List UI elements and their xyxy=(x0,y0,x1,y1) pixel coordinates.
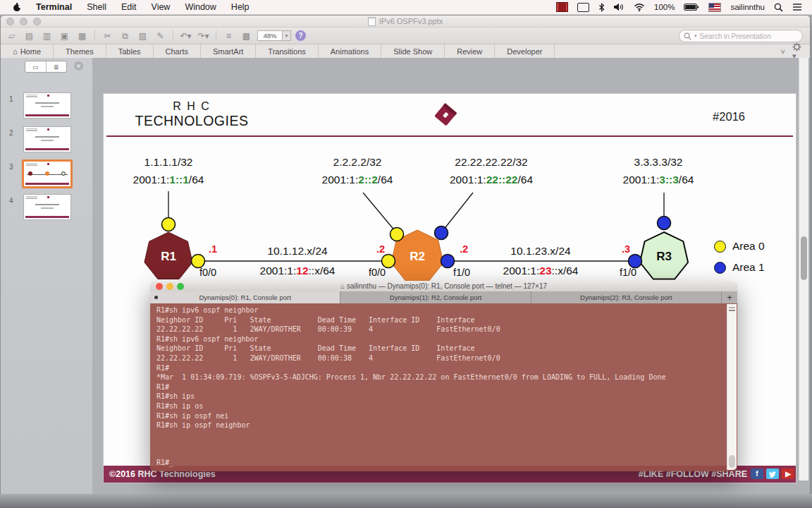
open-icon[interactable]: ▥ xyxy=(40,30,54,42)
search-placeholder: Search in Presentation xyxy=(700,32,771,40)
area1-legend-dot xyxy=(714,262,726,274)
tab-charts[interactable]: Charts xyxy=(154,44,201,59)
media-browser-icon[interactable]: ▩ xyxy=(240,30,253,42)
menu-view[interactable]: View xyxy=(152,2,171,12)
spotlight-search-icon[interactable] xyxy=(774,3,783,12)
tab-activity-dot xyxy=(154,296,158,299)
slide-number: 2 xyxy=(9,129,13,137)
terminal-scrollbar-thumb[interactable] xyxy=(729,455,735,468)
show-formatting-icon[interactable]: ≡ xyxy=(222,30,235,42)
tab-home[interactable]: ⌂Home xyxy=(1,44,54,59)
search-field[interactable]: ▾ Search in Presentation xyxy=(679,30,803,42)
notification-center-icon[interactable] xyxy=(792,3,802,11)
tab-slideshow[interactable]: Slide Show xyxy=(381,44,445,59)
slide-view-button[interactable]: ▭ xyxy=(25,61,47,72)
print-icon[interactable]: ▦ xyxy=(75,30,89,42)
tab-developer[interactable]: Developer xyxy=(495,44,555,59)
ribbon-collapse-icon[interactable]: ˅ xyxy=(781,47,785,56)
screen-recording-icon[interactable] xyxy=(556,2,568,12)
slide-thumbnail-1[interactable] xyxy=(23,92,71,119)
document-icon xyxy=(368,17,376,26)
zoom-value[interactable]: 48% xyxy=(257,30,283,41)
slide-thumbnail-3-selected[interactable] xyxy=(22,159,73,188)
slide-thumbnail-panel: ▭ ≣ ✕ 1 2 3 4 xyxy=(1,58,93,495)
menu-shell[interactable]: Shell xyxy=(87,2,106,12)
apple-menu-icon[interactable] xyxy=(13,2,21,12)
new-presentation-icon[interactable]: ▤ xyxy=(23,30,36,42)
keyboard-layout-flag-icon[interactable] xyxy=(708,3,721,12)
tab-animations[interactable]: Animations xyxy=(319,44,381,59)
menu-help[interactable]: Help xyxy=(231,2,250,12)
company-logo-text: R H C TECHNOLOGIES xyxy=(118,100,266,129)
menubar-username[interactable]: sailinnthu xyxy=(730,3,765,11)
home-icon: ⌂ xyxy=(13,47,18,56)
slide-thumbnail-4[interactable] xyxy=(23,194,71,220)
tab-tables[interactable]: Tables xyxy=(106,44,154,59)
window-title: IPv6 OSPFv3.pptx xyxy=(1,17,810,26)
paste-icon[interactable]: ▨ xyxy=(136,30,149,42)
terminal-cursor: _ xyxy=(169,459,173,466)
slide-number: 3 xyxy=(9,163,13,171)
bluetooth-icon[interactable] xyxy=(598,3,605,12)
format-painter-icon[interactable]: ✎ xyxy=(154,30,167,42)
slide-scrollbar-thumb[interactable] xyxy=(801,236,807,280)
slide-number: 4 xyxy=(9,197,13,205)
link2-subnet-v6: 2001:1:23::x/64 xyxy=(467,265,615,277)
loopback-label-r1: 1.1.1.1/32 2001:1:1::1/64 xyxy=(94,156,242,186)
battery-icon[interactable] xyxy=(684,3,699,11)
slide-number: 1 xyxy=(9,95,13,103)
copy-icon[interactable]: ⧉ xyxy=(118,30,132,42)
year-tag: #2016 xyxy=(713,110,745,123)
new-tab-button[interactable]: + xyxy=(722,291,737,303)
terminal-line: R1# xyxy=(150,382,737,392)
menu-window[interactable]: Window xyxy=(185,2,216,12)
view-toggle[interactable]: ▭ ≣ xyxy=(25,61,67,73)
home-folder-icon: ⌂ xyxy=(340,282,347,290)
volume-icon[interactable] xyxy=(614,3,625,11)
terminal-line: *Mar 1 01:34:09.719: %OSPFv3-5-ADJCHG: P… xyxy=(150,373,737,382)
scrollbar-menu-icon[interactable] xyxy=(729,306,735,311)
tab-review[interactable]: Review xyxy=(445,44,495,59)
wifi-icon[interactable] xyxy=(634,3,645,11)
search-scope-arrow-icon[interactable]: ▾ xyxy=(694,33,697,39)
zoom-stepper[interactable]: ▾ xyxy=(283,30,291,41)
help-icon[interactable]: ? xyxy=(295,30,306,41)
cut-icon[interactable]: ✂ xyxy=(101,30,114,42)
terminal-console[interactable]: R1#sh ipv6 ospf neighbor Neighbor ID Pri… xyxy=(150,303,737,471)
new-slide-icon[interactable]: ▱ xyxy=(5,30,18,42)
menu-edit[interactable]: Edit xyxy=(121,2,137,12)
screen: Terminal Shell Edit View Window Help 100… xyxy=(0,0,812,508)
loopback-label-r2-b: 22.22.22.22/32 2001:1:22::22/64 xyxy=(417,156,565,186)
menu-app-name[interactable]: Terminal xyxy=(36,2,72,12)
undo-icon[interactable]: ↶▾ xyxy=(179,30,192,42)
redo-icon[interactable]: ↷▾ xyxy=(197,30,210,42)
area0-interface-dot xyxy=(382,255,395,268)
zoom-control[interactable]: 48% ▾ xyxy=(257,30,291,41)
panel-close-icon[interactable]: ✕ xyxy=(74,61,83,71)
tab-transitions[interactable]: Transitions xyxy=(256,44,318,59)
terminal-titlebar: ⌂ sailinnthu — Dynamips(0): R1, Console … xyxy=(150,281,737,292)
terminal-tab-r2[interactable]: Dynamips(1): R2, Console port xyxy=(340,291,531,303)
area0-interface-dot xyxy=(390,228,404,241)
terminal-line: 22.22.22.22 1 2WAY/DROTHER 00:00:39 4 Fa… xyxy=(150,325,737,334)
menu-bar: Terminal Shell Edit View Window Help 100… xyxy=(0,0,812,15)
outline-view-button[interactable]: ≣ xyxy=(47,61,67,72)
ribbon-tab-bar: ⌂Home Themes Tables Charts SmartArt Tran… xyxy=(1,44,810,59)
link1-left-if: f0/0 xyxy=(192,267,223,278)
slide-thumbnail-2[interactable] xyxy=(23,126,71,152)
terminal-line: Neighbor ID Pri State Dead Time Interfac… xyxy=(150,344,737,353)
terminal-scrollbar[interactable] xyxy=(727,304,737,470)
terminal-tab-bar: Dynamips(0): R1, Console port Dynamips(1… xyxy=(150,291,737,303)
powerpoint-titlebar: IPv6 OSPFv3.pptx xyxy=(1,16,810,28)
link2-left-if: f1/0 xyxy=(446,267,477,278)
terminal-tab-r1[interactable]: Dynamips(0): R1, Console port xyxy=(150,291,340,303)
save-icon[interactable]: ▣ xyxy=(58,30,71,42)
youtube-icon: ▶ xyxy=(782,468,794,479)
slide-scrollbar[interactable] xyxy=(799,58,808,480)
area1-interface-dot xyxy=(658,217,671,230)
terminal-line: R1#sh ip ospf nei xyxy=(150,411,737,421)
tab-smartart[interactable]: SmartArt xyxy=(201,44,256,59)
tab-themes[interactable]: Themes xyxy=(54,44,106,59)
displays-icon[interactable] xyxy=(577,3,589,12)
terminal-tab-r3[interactable]: Dynamips(2): R3, Console port xyxy=(531,291,722,303)
